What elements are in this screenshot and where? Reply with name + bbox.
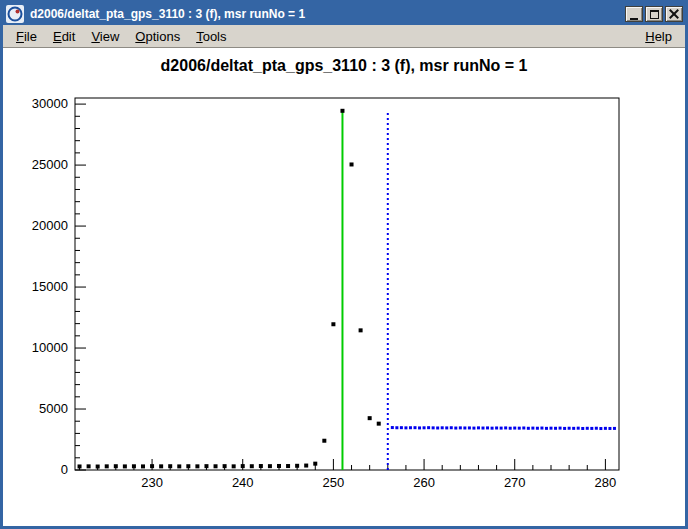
minimize-icon — [630, 18, 638, 20]
minimize-button[interactable] — [625, 6, 643, 22]
svg-text:250: 250 — [323, 475, 345, 490]
svg-text:10000: 10000 — [32, 340, 68, 355]
root-logo-icon[interactable] — [6, 5, 24, 23]
menu-options[interactable]: Options — [127, 26, 188, 47]
menubar: File Edit View Options Tools Help — [3, 25, 685, 48]
menu-help[interactable]: Help — [637, 26, 680, 47]
svg-text:15000: 15000 — [32, 279, 68, 294]
close-icon — [669, 9, 679, 19]
menu-file[interactable]: File — [8, 26, 45, 47]
svg-text:0: 0 — [61, 462, 68, 477]
root-canvas-window: d2006/deltat_pta_gps_3110 : 3 (f), msr r… — [0, 0, 688, 529]
window-controls — [625, 6, 683, 22]
maximize-button[interactable] — [645, 6, 663, 22]
svg-text:280: 280 — [595, 475, 617, 490]
maximize-icon — [650, 10, 659, 19]
svg-text:25000: 25000 — [32, 157, 68, 172]
histogram-plot: 2302402502602702800500010000150002000025… — [3, 48, 685, 526]
svg-text:240: 240 — [232, 475, 254, 490]
svg-text:230: 230 — [141, 475, 163, 490]
svg-text:270: 270 — [504, 475, 526, 490]
svg-text:30000: 30000 — [32, 96, 68, 111]
titlebar[interactable]: d2006/deltat_pta_gps_3110 : 3 (f), msr r… — [3, 3, 685, 25]
menu-tools[interactable]: Tools — [188, 26, 234, 47]
svg-text:20000: 20000 — [32, 218, 68, 233]
svg-text:5000: 5000 — [39, 401, 68, 416]
menu-edit[interactable]: Edit — [45, 26, 83, 47]
svg-text:260: 260 — [413, 475, 435, 490]
plot-canvas[interactable]: d2006/deltat_pta_gps_3110 : 3 (f), msr r… — [3, 48, 685, 526]
close-button[interactable] — [665, 6, 683, 22]
window-title: d2006/deltat_pta_gps_3110 : 3 (f), msr r… — [30, 7, 625, 21]
menu-view[interactable]: View — [83, 26, 127, 47]
